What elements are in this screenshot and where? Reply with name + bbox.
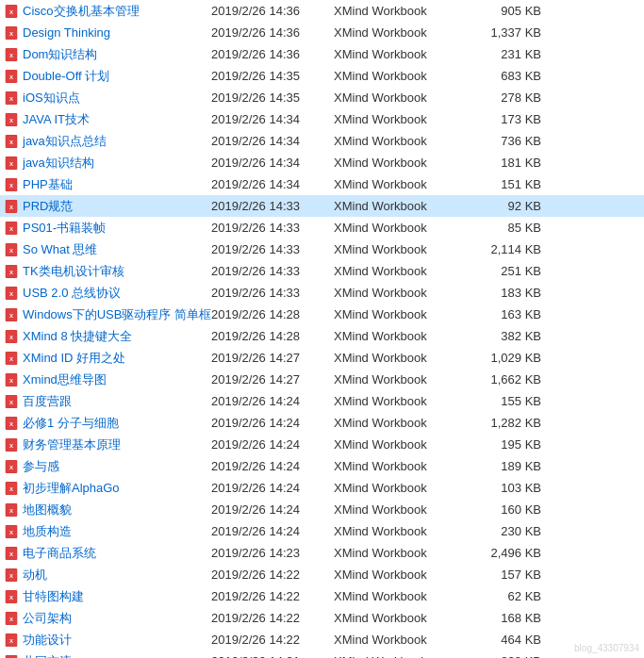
table-row[interactable]: X 动机2019/2/26 14:22XMind Workbook157 KB — [0, 564, 644, 585]
svg-text:X: X — [9, 421, 13, 427]
file-date: 2019/2/26 14:27 — [211, 351, 334, 365]
table-row[interactable]: X Xmind思维导图2019/2/26 14:27XMind Workbook… — [0, 369, 644, 390]
table-row[interactable]: X Dom知识结构2019/2/26 14:36XMind Workbook23… — [0, 43, 644, 65]
table-row[interactable]: X TK类电机设计审核2019/2/26 14:33XMind Workbook… — [0, 260, 644, 282]
file-size: 905 KB — [466, 4, 541, 18]
table-row[interactable]: X 百度营跟2019/2/26 14:24XMind Workbook155 K… — [0, 390, 644, 412]
file-type: XMind Workbook — [334, 654, 466, 658]
file-name[interactable]: X 必修1 分子与细胞 — [4, 415, 211, 432]
file-size: 1,662 KB — [466, 372, 541, 387]
file-date: 2019/2/26 14:24 — [211, 524, 334, 538]
file-name[interactable]: X 地图概貌 — [4, 502, 211, 518]
table-row[interactable]: X 电子商品系统2019/2/26 14:23XMind Workbook2,4… — [0, 542, 644, 564]
file-date: 2019/2/26 14:24 — [211, 459, 334, 473]
table-row[interactable]: X PRD规范2019/2/26 14:33XMind Workbook92 K… — [0, 195, 644, 217]
file-size: 92 KB — [466, 199, 541, 213]
svg-text:X: X — [9, 291, 13, 297]
table-row[interactable]: X 地质构造2019/2/26 14:24XMind Workbook230 K… — [0, 520, 644, 542]
table-row[interactable]: X Cisco交换机基本管理2019/2/26 14:36XMind Workb… — [0, 0, 644, 22]
file-name[interactable]: X XMind ID 好用之处 — [4, 350, 211, 367]
file-type: XMind Workbook — [334, 416, 466, 430]
file-size: 195 KB — [466, 437, 541, 452]
table-row[interactable]: X 初步理解AlphaGo2019/2/26 14:24XMind Workbo… — [0, 477, 644, 499]
table-row[interactable]: X USB 2.0 总线协议2019/2/26 14:33XMind Workb… — [0, 282, 644, 304]
table-row[interactable]: X Double-Off 计划2019/2/26 14:35XMind Work… — [0, 65, 644, 87]
file-name[interactable]: X PRD规范 — [4, 198, 211, 215]
file-date: 2019/2/26 14:22 — [211, 633, 334, 647]
table-row[interactable]: X So What 思维2019/2/26 14:33XMind Workboo… — [0, 239, 644, 260]
svg-text:X: X — [9, 573, 13, 579]
table-row[interactable]: X PS01-书籍装帧2019/2/26 14:33XMind Workbook… — [0, 217, 644, 239]
file-icon: X — [4, 134, 19, 149]
table-row[interactable]: X 甘特图构建2019/2/26 14:22XMind Workbook62 K… — [0, 585, 644, 607]
file-name[interactable]: X 财务管理基本原理 — [4, 436, 211, 453]
file-name[interactable]: X XMind 8 快捷键大全 — [4, 328, 211, 345]
file-size: 1,282 KB — [466, 416, 541, 430]
file-date: 2019/2/26 14:24 — [211, 394, 334, 408]
file-name[interactable]: X PHP基础 — [4, 176, 211, 193]
file-name[interactable]: X TK类电机设计审核 — [4, 263, 211, 280]
file-icon: X — [4, 589, 19, 604]
file-type: XMind Workbook — [334, 546, 466, 560]
file-type: XMind Workbook — [334, 25, 466, 40]
table-row[interactable]: X 财务管理基本原理2019/2/26 14:24XMind Workbook1… — [0, 434, 644, 455]
table-row[interactable]: X Design Thinking2019/2/26 14:36XMind Wo… — [0, 22, 644, 43]
file-date: 2019/2/26 14:23 — [211, 546, 334, 560]
table-row[interactable]: X XMind ID 好用之处2019/2/26 14:27XMind Work… — [0, 347, 644, 369]
file-name[interactable]: X java知识点总结 — [4, 133, 211, 150]
svg-text:X: X — [9, 465, 13, 470]
table-row[interactable]: X 地图概貌2019/2/26 14:24XMind Workbook160 K… — [0, 499, 644, 520]
file-name[interactable]: X So What 思维 — [4, 241, 211, 258]
file-size: 85 KB — [466, 221, 541, 235]
svg-text:X: X — [9, 161, 13, 167]
table-row[interactable]: X 参与感2019/2/26 14:24XMind Workbook189 KB — [0, 455, 644, 477]
table-row[interactable]: X iOS知识点2019/2/26 14:35XMind Workbook278… — [0, 87, 644, 108]
file-name[interactable]: X Design Thinking — [4, 25, 211, 41]
file-name[interactable]: X USB 2.0 总线协议 — [4, 285, 211, 302]
file-type: XMind Workbook — [334, 633, 466, 647]
file-name[interactable]: X 初步理解AlphaGo — [4, 480, 211, 497]
file-name[interactable]: X Double-Off 计划 — [4, 68, 211, 85]
table-row[interactable]: X 必修1 分子与细胞2019/2/26 14:24XMind Workbook… — [0, 412, 644, 434]
table-row[interactable]: X java知识点总结2019/2/26 14:34XMind Workbook… — [0, 130, 644, 152]
file-date: 2019/2/26 14:36 — [211, 4, 334, 18]
table-row[interactable]: X 公司架构2019/2/26 14:22XMind Workbook168 K… — [0, 607, 644, 629]
svg-text:X: X — [9, 31, 13, 37]
file-name[interactable]: X java知识结构 — [4, 155, 211, 172]
file-icon: X — [4, 221, 19, 236]
file-name[interactable]: X iOS知识点 — [4, 90, 211, 107]
table-row[interactable]: X Windows下的USB驱动程序 简单框架2019/2/26 14:28XM… — [0, 304, 644, 325]
file-date: 2019/2/26 14:28 — [211, 307, 334, 321]
table-row[interactable]: X JAVA IT技术2019/2/26 14:34XMind Workbook… — [0, 108, 644, 130]
file-name[interactable]: X 电子商品系统 — [4, 545, 211, 562]
file-size: 230 KB — [466, 524, 541, 538]
file-date: 2019/2/26 14:35 — [211, 90, 334, 105]
file-name[interactable]: X 动机 — [4, 567, 211, 584]
table-row[interactable]: X java知识结构2019/2/26 14:34XMind Workbook1… — [0, 152, 644, 173]
file-name[interactable]: X 公司架构 — [4, 610, 211, 627]
svg-text:X: X — [9, 53, 13, 58]
file-name[interactable]: X Windows下的USB驱动程序 简单框架 — [4, 306, 211, 323]
file-name[interactable]: X PS01-书籍装帧 — [4, 220, 211, 237]
file-name[interactable]: X JAVA IT技术 — [4, 111, 211, 128]
file-name[interactable]: X Cisco交换机基本管理 — [4, 3, 211, 20]
file-name[interactable]: X 参与感 — [4, 458, 211, 475]
file-name[interactable]: X Dom知识结构 — [4, 46, 211, 63]
file-date: 2019/2/26 14:33 — [211, 242, 334, 256]
table-row[interactable]: X PHP基础2019/2/26 14:34XMind Workbook151 … — [0, 173, 644, 195]
file-name[interactable]: X 地质构造 — [4, 523, 211, 540]
file-date: 2019/2/26 14:34 — [211, 112, 334, 126]
file-name[interactable]: X 甘特图构建 — [4, 588, 211, 605]
table-row[interactable]: X 功能设计2019/2/26 14:22XMind Workbook464 K… — [0, 629, 644, 650]
table-row[interactable]: X 共同交流2019/2/26 14:21XMind Workbook828 K… — [0, 650, 644, 658]
file-name[interactable]: X 功能设计 — [4, 632, 211, 649]
file-icon: X — [4, 307, 19, 322]
file-name[interactable]: X 共同交流 — [4, 653, 211, 659]
file-name[interactable]: X 百度营跟 — [4, 393, 211, 410]
table-row[interactable]: X XMind 8 快捷键大全2019/2/26 14:28XMind Work… — [0, 325, 644, 347]
file-name[interactable]: X Xmind思维导图 — [4, 371, 211, 388]
svg-text:X: X — [9, 313, 13, 319]
file-date: 2019/2/26 14:27 — [211, 372, 334, 387]
file-icon: X — [4, 25, 19, 41]
file-date: 2019/2/26 14:24 — [211, 502, 334, 517]
